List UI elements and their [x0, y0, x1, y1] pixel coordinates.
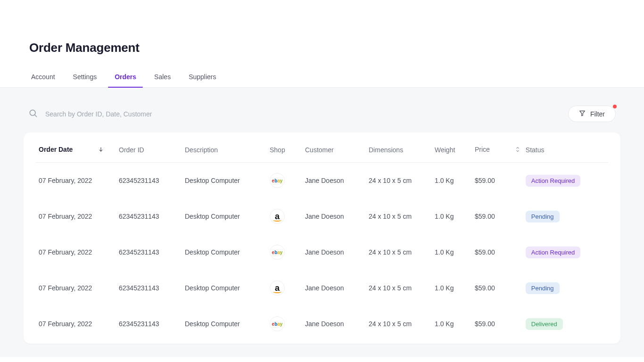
col-label: Weight	[435, 146, 455, 154]
orders-table: Order Date Order ID Description Shop Cus…	[36, 141, 608, 342]
cell-status: Pending	[523, 198, 608, 234]
tab-settings[interactable]: Settings	[73, 73, 97, 87]
cell-customer: Jane Doeson	[302, 306, 366, 342]
svg-line-1	[35, 115, 37, 116]
status-badge: Delivered	[526, 318, 563, 330]
cell-shop: a	[267, 198, 302, 234]
col-customer[interactable]: Customer	[302, 141, 366, 163]
col-dimensions[interactable]: Dimensions	[366, 141, 432, 163]
cell-desc: Desktop Computer	[182, 198, 267, 234]
cell-date: 07 February, 2022	[36, 234, 116, 270]
col-label: Order Date	[39, 146, 73, 153]
toolbar: Filter	[24, 106, 620, 132]
tabs: Account Settings Orders Sales Suppliers	[0, 55, 644, 88]
search-icon	[28, 108, 38, 120]
col-order-date[interactable]: Order Date	[36, 141, 116, 163]
tab-suppliers[interactable]: Suppliers	[189, 73, 216, 87]
cell-id: 62345231143	[116, 163, 182, 199]
cell-status: Action Required	[523, 234, 608, 270]
amazon-icon: a	[270, 209, 285, 224]
status-badge: Pending	[526, 282, 560, 294]
col-order-id[interactable]: Order ID	[116, 141, 182, 163]
col-label: Status	[526, 146, 545, 154]
cell-weight: 1.0 Kg	[432, 234, 472, 270]
ebay-icon: ebay	[270, 245, 285, 260]
ebay-icon: ebay	[270, 173, 285, 188]
col-weight[interactable]: Weight	[432, 141, 472, 163]
status-badge: Pending	[526, 211, 560, 222]
table-row[interactable]: 07 February, 202262345231143Desktop Comp…	[36, 270, 608, 306]
cell-price: $59.00	[472, 234, 523, 270]
filter-button[interactable]: Filter	[568, 106, 616, 122]
content-area: Filter Order Date Order ID Description S…	[0, 88, 644, 357]
cell-id: 62345231143	[116, 306, 182, 342]
amazon-icon: a	[270, 280, 285, 296]
cell-date: 07 February, 2022	[36, 163, 116, 199]
col-label: Description	[185, 146, 218, 154]
filter-label: Filter	[590, 110, 605, 118]
cell-id: 62345231143	[116, 198, 182, 234]
cell-price: $59.00	[472, 306, 523, 342]
cell-date: 07 February, 2022	[36, 306, 116, 342]
filter-indicator-dot	[613, 105, 617, 108]
svg-marker-2	[580, 111, 585, 116]
cell-id: 62345231143	[116, 270, 182, 306]
col-shop[interactable]: Shop	[267, 141, 302, 163]
table-row[interactable]: 07 February, 202262345231143Desktop Comp…	[36, 163, 608, 199]
tab-sales[interactable]: Sales	[154, 73, 171, 87]
ebay-icon: ebay	[270, 316, 285, 331]
cell-dim: 24 x 10 x 5 cm	[366, 306, 432, 342]
search-input[interactable]	[45, 110, 234, 118]
cell-price: $59.00	[472, 270, 523, 306]
col-description[interactable]: Description	[182, 141, 267, 163]
cell-price: $59.00	[472, 198, 523, 234]
cell-shop: ebay	[267, 306, 302, 342]
cell-customer: Jane Doeson	[302, 270, 366, 306]
table-row[interactable]: 07 February, 202262345231143Desktop Comp…	[36, 306, 608, 342]
cell-desc: Desktop Computer	[182, 234, 267, 270]
tab-account[interactable]: Account	[31, 73, 55, 87]
search-wrap	[28, 108, 568, 120]
col-label: Price	[475, 146, 490, 153]
cell-desc: Desktop Computer	[182, 270, 267, 306]
table-row[interactable]: 07 February, 202262345231143Desktop Comp…	[36, 198, 608, 234]
col-label: Order ID	[119, 146, 144, 154]
cell-desc: Desktop Computer	[182, 306, 267, 342]
col-status[interactable]: Status	[523, 141, 608, 163]
table-row[interactable]: 07 February, 202262345231143Desktop Comp…	[36, 234, 608, 270]
cell-shop: a	[267, 270, 302, 306]
col-label: Dimensions	[369, 146, 403, 154]
cell-id: 62345231143	[116, 234, 182, 270]
status-badge: Action Required	[526, 175, 581, 187]
cell-status: Action Required	[523, 163, 608, 199]
col-label: Customer	[305, 146, 334, 154]
status-badge: Action Required	[526, 247, 581, 258]
cell-weight: 1.0 Kg	[432, 163, 472, 199]
filter-icon	[579, 110, 586, 118]
sort-desc-icon	[98, 146, 104, 154]
col-label: Shop	[270, 146, 285, 154]
sort-icon	[515, 146, 520, 154]
cell-dim: 24 x 10 x 5 cm	[366, 234, 432, 270]
cell-shop: ebay	[267, 234, 302, 270]
tab-orders[interactable]: Orders	[115, 73, 136, 87]
cell-price: $59.00	[472, 163, 523, 199]
cell-customer: Jane Doeson	[302, 234, 366, 270]
cell-weight: 1.0 Kg	[432, 270, 472, 306]
orders-card: Order Date Order ID Description Shop Cus…	[24, 132, 620, 344]
cell-desc: Desktop Computer	[182, 163, 267, 199]
page-header: Order Management	[0, 0, 644, 55]
cell-weight: 1.0 Kg	[432, 198, 472, 234]
cell-date: 07 February, 2022	[36, 270, 116, 306]
cell-status: Delivered	[523, 306, 608, 342]
page-title: Order Management	[29, 41, 615, 55]
cell-dim: 24 x 10 x 5 cm	[366, 270, 432, 306]
cell-dim: 24 x 10 x 5 cm	[366, 163, 432, 199]
cell-weight: 1.0 Kg	[432, 306, 472, 342]
col-price[interactable]: Price	[472, 141, 523, 163]
cell-date: 07 February, 2022	[36, 198, 116, 234]
cell-customer: Jane Doeson	[302, 163, 366, 199]
cell-dim: 24 x 10 x 5 cm	[366, 198, 432, 234]
table-header-row: Order Date Order ID Description Shop Cus…	[36, 141, 608, 163]
cell-shop: ebay	[267, 163, 302, 199]
